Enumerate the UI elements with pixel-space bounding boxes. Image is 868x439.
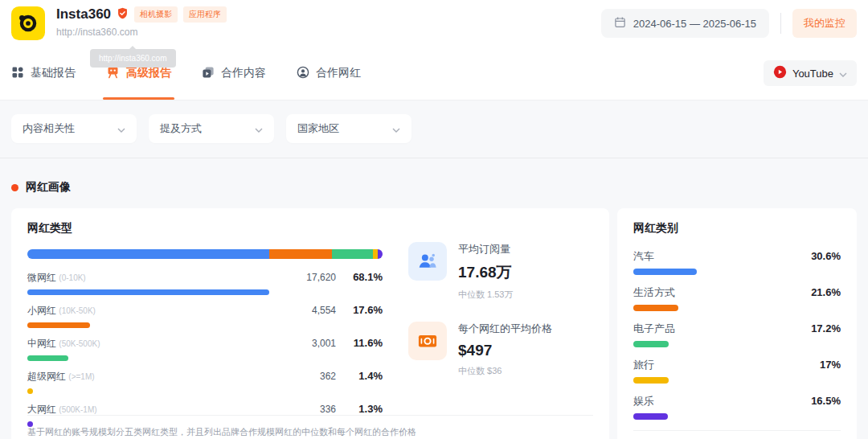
youtube-icon: [773, 65, 787, 81]
row-bar: [633, 377, 669, 384]
person-icon: [297, 66, 309, 81]
row-count: 17,620: [280, 272, 336, 283]
row-bar: [633, 413, 668, 420]
row-bar: [27, 388, 33, 394]
row-percent: 30.6%: [811, 250, 841, 262]
row-label: 旅行: [633, 358, 654, 372]
filter-country-region[interactable]: 国家地区: [286, 114, 411, 143]
row-percent: 17.6%: [336, 304, 383, 316]
row-percent: 1.3%: [336, 403, 383, 415]
row-bar: [27, 289, 269, 295]
influencer-category-row: 旅行 17%: [633, 358, 841, 384]
divider: [780, 13, 781, 34]
my-monitor-button[interactable]: 我的监控: [792, 9, 857, 38]
filter-content-relevance[interactable]: 内容相关性: [11, 114, 137, 143]
influencer-category-row: 生活方式 21.6%: [633, 285, 841, 311]
stat-median: 中位数 $36: [458, 365, 552, 377]
row-percent: 21.6%: [811, 286, 841, 298]
tab-partner-content[interactable]: 合作内容: [202, 47, 266, 100]
stat-value: $497: [458, 342, 552, 359]
section-dot-icon: [11, 184, 18, 191]
tab-label: 合作网红: [316, 66, 361, 80]
section-title: 网红画像: [26, 180, 71, 195]
influencer-type-list: 微网红 (0-10K) 17,620 68.1% 小网红 (10K-50K) 4…: [27, 271, 383, 427]
category-badge: 相机摄影: [134, 6, 178, 23]
row-label: 生活方式: [633, 285, 675, 300]
row-label: 中网红 (50K-500K): [27, 337, 280, 351]
card-footnote: 网红类别数据是基于网红内容，评论，标签等数据，通过机器算法不断优化估算而得: [633, 430, 841, 439]
influencer-category-row: 汽车 30.6%: [633, 249, 841, 275]
section-header: 网红画像: [11, 180, 857, 195]
card-title: 网红类别: [633, 221, 841, 236]
row-percent: 17%: [820, 359, 841, 371]
tab-partner-influencers[interactable]: 合作网红: [297, 47, 361, 100]
stacked-bar-segment: [27, 249, 269, 259]
stat-value: 17.68万: [458, 262, 513, 283]
row-percent: 11.6%: [336, 337, 383, 349]
card-title: 网红类型: [27, 221, 383, 236]
row-label: 微网红 (0-10K): [27, 271, 280, 285]
stacked-bar-segment: [332, 249, 373, 259]
url-tooltip-text: http://insta360.com: [99, 54, 167, 63]
row-count: 3,001: [280, 338, 336, 349]
row-bar: [633, 305, 678, 311]
calendar-icon: [614, 16, 626, 31]
row-bar: [27, 322, 90, 328]
date-range-value: 2024-06-15 — 2025-06-15: [633, 18, 756, 30]
influencer-type-row: 超级网红 (>=1M) 362 1.4%: [27, 370, 383, 394]
chevron-down-icon: [839, 68, 847, 80]
row-percent: 17.2%: [811, 322, 841, 334]
influencer-type-card: 网红类型 微网红 (0-10K) 17,620 68.1% 小网红 (10K-5…: [11, 208, 609, 439]
row-count: 362: [280, 371, 336, 382]
grid-icon: [11, 66, 24, 81]
filter-row: 内容相关性 提及方式 国家地区: [11, 114, 857, 143]
tab-label: 高级报告: [126, 66, 171, 80]
platform-select[interactable]: YouTube: [764, 60, 857, 86]
subscribers-icon: [408, 242, 447, 281]
avg-subscribers-stat: 平均订阅量 17.68万 中位数 1.53万: [408, 242, 593, 301]
stacked-bar: [27, 249, 383, 259]
filter-label: 提及方式: [160, 121, 202, 136]
tab-label: 基础报告: [31, 66, 76, 80]
brand-name: Insta360: [56, 6, 111, 23]
platform-select-value: YouTube: [792, 68, 833, 80]
row-label: 汽车: [633, 249, 654, 264]
influencer-category-list: 汽车 30.6% 生活方式 21.6% 电子产品 17.2% 旅行 17%: [633, 249, 841, 430]
presentation-board-icon: [106, 65, 120, 81]
insta360-logo: [11, 6, 45, 40]
tab-label: 合作内容: [221, 66, 266, 80]
filter-label: 内容相关性: [23, 121, 75, 136]
chevron-down-icon: [117, 123, 125, 135]
url-tooltip: http://insta360.com: [90, 49, 176, 68]
row-label: 娱乐: [633, 394, 654, 408]
tab-basic-report[interactable]: 基础报告: [11, 47, 76, 100]
price-icon: [408, 322, 447, 360]
row-label: 电子产品: [633, 322, 675, 336]
row-label: 小网红 (10K-50K): [27, 304, 280, 318]
stat-median: 中位数 1.53万: [458, 289, 513, 301]
video-content-icon: [202, 66, 215, 81]
row-count: 4,554: [280, 305, 336, 316]
filter-label: 国家地区: [297, 121, 339, 136]
brand-url[interactable]: http://insta360.com: [56, 27, 227, 38]
stat-label: 平均订阅量: [458, 242, 513, 256]
stat-label: 每个网红的平均价格: [458, 322, 552, 336]
chevron-down-icon: [392, 123, 400, 135]
brand-block: Insta360 相机摄影 应用程序 http://insta360.com: [11, 6, 227, 40]
verified-badge-icon: [117, 7, 129, 23]
row-bar: [633, 341, 669, 347]
influencer-category-row: 电子产品 17.2%: [633, 322, 841, 347]
influencer-category-row: 娱乐 16.5%: [633, 394, 841, 420]
divider: [0, 158, 868, 158]
filter-mention-type[interactable]: 提及方式: [149, 114, 274, 143]
app-header: Insta360 相机摄影 应用程序 http://insta360.com 2…: [0, 0, 868, 47]
influencer-type-row: 小网红 (10K-50K) 4,554 17.6%: [27, 304, 383, 328]
row-percent: 68.1%: [336, 271, 383, 283]
card-footnote: 基于网红的账号规模划分五类网红类型，并且列出品牌合作规模网红的中位数和每个网红的…: [27, 415, 593, 439]
row-percent: 1.4%: [336, 370, 383, 382]
influencer-category-card: 网红类别 汽车 30.6% 生活方式 21.6% 电子产品 17.2%: [617, 208, 857, 439]
date-range-picker[interactable]: 2024-06-15 — 2025-06-15: [601, 9, 769, 38]
avg-price-stat: 每个网红的平均价格 $497 中位数 $36: [408, 322, 593, 377]
chevron-down-icon: [255, 123, 263, 135]
row-bar: [633, 269, 697, 275]
